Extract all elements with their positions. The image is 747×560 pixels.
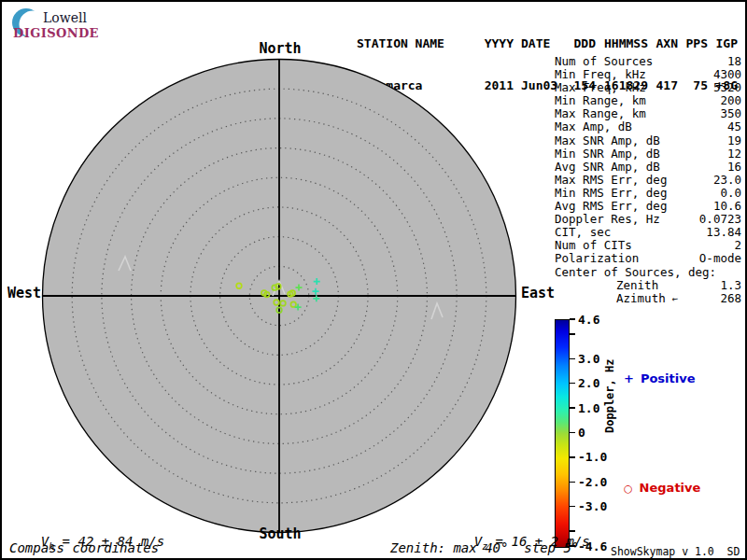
caret-mark <box>431 303 443 319</box>
header-col-label: AXN <box>654 36 678 50</box>
stat-label: Min Range, km <box>555 94 646 107</box>
stat-label: Max Amp, dB <box>555 120 632 133</box>
header-col-label: DDD <box>571 36 596 50</box>
circle-marker-icon: ○ <box>624 483 633 495</box>
stat-value: 4300 <box>713 68 741 81</box>
compass-label-east: East <box>521 287 558 301</box>
logo-lowell-text: Lowell <box>43 10 87 25</box>
stat-row: Min Freq, kHz4300 <box>555 68 741 81</box>
stat-row: Avg RMS Err, deg10.6 <box>555 200 741 213</box>
source-point-positive <box>312 288 318 295</box>
stat-row: Max Freq, kHz5320 <box>555 81 741 94</box>
stat-row: Min SNR Amp, dB12 <box>555 147 741 161</box>
source-point-positive <box>295 304 302 311</box>
stat-value: 12 <box>727 147 741 161</box>
stat-label: Min RMS Err, deg <box>555 187 667 200</box>
source-point-negative <box>290 301 296 307</box>
doppler-axis-label: Doppler, Hz <box>603 359 616 433</box>
colorbar-tick <box>570 482 575 483</box>
stat-label: Min SNR Amp, dB <box>555 147 660 161</box>
colorbar-minor-tick <box>570 333 575 334</box>
colorbar-tick-label: 3.0 <box>578 353 599 365</box>
stat-row: Zenith1.3 <box>555 279 741 292</box>
header-col-label: STATION NAME <box>357 36 476 50</box>
stat-label: Max RMS Err, deg <box>555 174 667 187</box>
colorbar-tick <box>570 432 575 433</box>
stat-label: Num of CITs <box>555 239 632 252</box>
header-col-label: PPS <box>684 36 708 50</box>
stat-row: Min RMS Err, deg0.0 <box>555 187 741 200</box>
stat-value: 23.0 <box>713 174 741 187</box>
azimuth-direction-arrow: ← <box>665 292 679 307</box>
source-point-positive <box>314 278 320 285</box>
stat-row: Max Range, km350 <box>555 107 741 120</box>
colorbar-tick-label: -1.0 <box>578 451 607 463</box>
skymap-outer-circle <box>43 60 516 533</box>
legend-positive-label: Positive <box>641 371 696 385</box>
legend-positive: +Positive <box>624 371 696 385</box>
doppler-colorbar <box>555 319 570 548</box>
compass-label-south: South <box>256 527 304 541</box>
caret-mark <box>273 281 285 296</box>
stat-value: 10.6 <box>713 200 741 213</box>
stat-row: Azimuth ←268 <box>555 292 741 306</box>
stat-row: Max Amp, dB45 <box>555 120 741 133</box>
app-version-text: ShowSkymap v 1.0 SD v 4.2 <box>611 545 747 558</box>
zenith-ring-35deg <box>72 89 486 503</box>
colorbar-tick <box>570 456 575 457</box>
zenith-ring-10deg <box>220 237 339 356</box>
stat-label: Center of Sources, deg: <box>555 266 716 279</box>
stat-value: 200 <box>720 94 741 107</box>
stat-label: Avg SNR Amp, dB <box>555 161 660 174</box>
compass-label-north: North <box>256 42 304 56</box>
legend-negative: ○Negative <box>624 481 700 495</box>
stat-label: Zenith <box>555 279 658 292</box>
source-point-negative <box>236 283 242 288</box>
stat-label: Max SNR Amp, dB <box>555 134 660 147</box>
zenith-ring-30deg <box>102 119 457 473</box>
colorbar-tick-label: -3.0 <box>578 500 607 512</box>
stat-label: Doppler Res, Hz <box>555 213 660 226</box>
zenith-scale-note: Zenith: max 40° step 5° <box>390 540 579 555</box>
stat-row: Doppler Res, Hz0.0723 <box>555 213 741 226</box>
stat-value: 268 <box>720 292 741 306</box>
stat-row: PolarizationO-mode <box>555 252 741 265</box>
logo-digisonde-text: DIGISONDE <box>13 26 99 40</box>
stat-row: CIT, sec13.84 <box>555 226 741 239</box>
station-header-labels: STATION NAMEYYYYDATEDDDHHMMSSAXNPPSIGP <box>357 36 738 50</box>
stat-value: 16 <box>727 161 741 174</box>
stat-value: 0.0723 <box>699 213 741 226</box>
colorbar-tick-label: -2.0 <box>578 476 607 488</box>
plus-marker-icon: + <box>624 371 634 385</box>
header-col-label: YYYY <box>476 36 514 50</box>
colorbar-tick-label: 0 <box>578 427 585 439</box>
stat-value: 18 <box>727 55 741 68</box>
source-point-positive <box>313 295 319 301</box>
zenith-ring-25deg <box>132 148 428 444</box>
colorbar-tick <box>570 358 575 359</box>
colorbar-tick <box>570 383 575 384</box>
compass-coordinates-note: Compass coordinates <box>9 540 159 555</box>
stat-label: Num of Sources <box>555 55 653 68</box>
stat-value: 350 <box>720 107 741 120</box>
header-col-label: DATE <box>521 36 566 50</box>
stat-value: 0.0 <box>720 187 741 200</box>
zenith-ring-20deg <box>161 177 398 414</box>
stat-row: Num of CITs2 <box>555 239 741 252</box>
stat-row: Min Range, km200 <box>555 94 741 107</box>
zenith-ring-15deg <box>190 207 368 385</box>
stat-value: 1.3 <box>720 279 741 292</box>
colorbar-tick <box>570 407 575 408</box>
header-col-value: Jicamarca <box>357 78 476 92</box>
source-point-negative <box>274 300 279 305</box>
source-point-negative <box>264 292 270 298</box>
caret-mark <box>119 257 131 271</box>
stat-row: Center of Sources, deg: <box>555 266 741 279</box>
colorbar-tick-label: 1.0 <box>578 402 599 414</box>
source-point-negative <box>261 290 267 296</box>
source-point-negative <box>288 291 293 297</box>
stat-row: Max SNR Amp, dB19 <box>555 134 741 147</box>
header-col-label: IGP <box>713 36 738 50</box>
showskymap-window: Lowell DIGISONDE STATION NAMEYYYYDATEDDD… <box>0 0 747 560</box>
stat-value: O-mode <box>699 252 741 265</box>
